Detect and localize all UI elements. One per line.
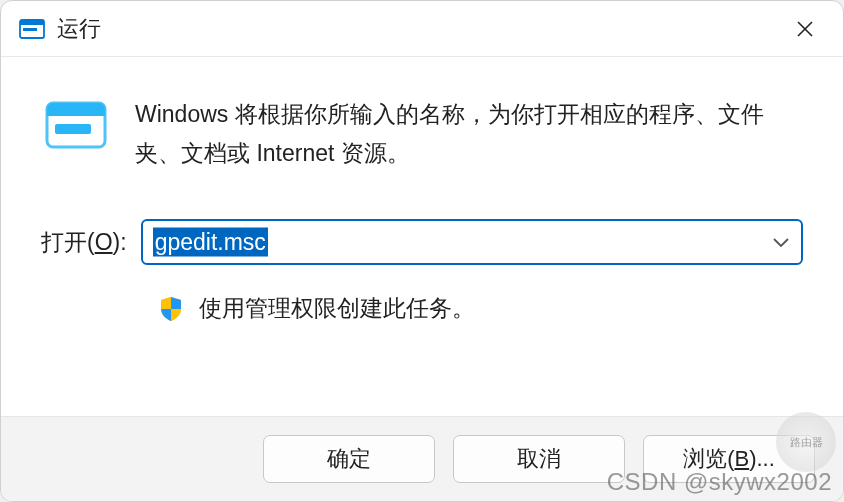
description-text: Windows 将根据你所输入的名称，为你打开相应的程序、文件夹、文档或 Int… [135, 95, 803, 173]
admin-notice-text: 使用管理权限创建此任务。 [199, 293, 475, 324]
description-row: Windows 将根据你所输入的名称，为你打开相应的程序、文件夹、文档或 Int… [41, 95, 803, 173]
svg-rect-7 [47, 111, 105, 116]
chevron-down-icon[interactable] [761, 236, 801, 248]
open-combobox[interactable]: gpedit.msc [141, 219, 803, 265]
admin-notice-row: 使用管理权限创建此任务。 [41, 293, 803, 324]
run-dialog: 运行 Windows 将根据你所输入的名称，为你打开相应的程序、文件夹、文档或 … [0, 0, 844, 502]
shield-icon [157, 295, 185, 323]
dialog-body: Windows 将根据你所输入的名称，为你打开相应的程序、文件夹、文档或 Int… [1, 57, 843, 416]
browse-button[interactable]: 浏览(B)... [643, 435, 815, 483]
dialog-title: 运行 [57, 14, 785, 44]
open-label: 打开(O): [41, 227, 127, 258]
run-title-icon [19, 18, 45, 40]
ok-button[interactable]: 确定 [263, 435, 435, 483]
run-icon [41, 97, 111, 157]
svg-rect-2 [23, 28, 37, 31]
open-input[interactable] [143, 223, 761, 262]
button-bar: 确定 取消 浏览(B)... [1, 416, 843, 501]
close-button[interactable] [785, 9, 825, 49]
svg-rect-8 [55, 124, 91, 134]
input-row: 打开(O): gpedit.msc [41, 219, 803, 265]
svg-rect-1 [20, 20, 44, 25]
titlebar: 运行 [1, 1, 843, 57]
cancel-button[interactable]: 取消 [453, 435, 625, 483]
